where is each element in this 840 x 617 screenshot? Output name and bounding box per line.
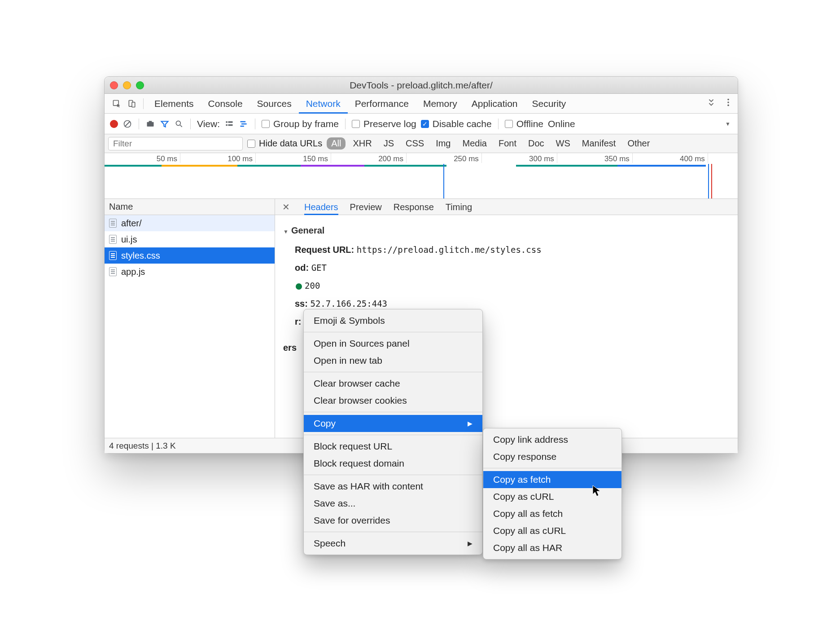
menu-item[interactable]: Open in Sources panel	[304, 335, 482, 352]
column-header-name[interactable]: Name	[105, 199, 275, 215]
document-icon	[109, 267, 117, 276]
devtools-menu-icon[interactable]	[723, 97, 733, 110]
menu-item[interactable]: Block request URL	[304, 438, 482, 455]
timeline-tick: 150 ms	[303, 154, 331, 163]
menu-item[interactable]: Open in new tab	[304, 352, 482, 369]
tab-network[interactable]: Network	[299, 94, 348, 114]
menu-item[interactable]: Copy response	[483, 448, 621, 465]
svg-rect-13	[228, 124, 232, 125]
group-by-frame-checkbox[interactable]: Group by frame	[262, 119, 339, 129]
request-name: app.js	[121, 267, 145, 277]
search-icon[interactable]	[174, 119, 184, 129]
status-dot-icon	[296, 283, 302, 290]
tab-elements[interactable]: Elements	[147, 94, 201, 114]
menu-item[interactable]: Copy as cURL	[483, 488, 621, 505]
window-titlebar: DevTools - preload.glitch.me/after/	[105, 77, 738, 94]
menu-item[interactable]: Copy all as cURL	[483, 522, 621, 539]
timeline-tick: 350 ms	[604, 154, 632, 163]
detail-tab-headers[interactable]: Headers	[304, 199, 338, 215]
submenu-arrow-icon: ▶	[468, 540, 472, 547]
menu-item[interactable]: Emoji & Symbols	[304, 312, 482, 329]
close-detail-icon[interactable]: ✕	[280, 202, 293, 212]
menu-item[interactable]: Clear browser cookies	[304, 392, 482, 409]
tab-security[interactable]: Security	[525, 94, 573, 114]
throttling-select[interactable]: Online	[548, 119, 575, 129]
view-label: View:	[197, 119, 220, 129]
menu-item[interactable]: Copy all as fetch	[483, 505, 621, 522]
svg-point-9	[176, 121, 180, 125]
tab-memory[interactable]: Memory	[416, 94, 464, 114]
timeline-tick: 100 ms	[228, 154, 255, 163]
filter-type-manifest[interactable]: Manifest	[578, 137, 621, 150]
request-name: ui.js	[121, 234, 137, 245]
toolbar-dropdown-icon[interactable]: ▼	[725, 121, 731, 127]
network-toolbar: View: Group by frame Preserve log ✓Disab…	[105, 114, 738, 134]
menu-item[interactable]: Copy all as HAR	[483, 539, 621, 556]
inspect-element-icon[interactable]	[109, 94, 124, 114]
tab-application[interactable]: Application	[464, 94, 525, 114]
request-name: after/	[121, 218, 142, 229]
timeline-tick: 250 ms	[454, 154, 481, 163]
menu-item[interactable]: Block request domain	[304, 455, 482, 472]
menu-item[interactable]: Clear browser cache	[304, 375, 482, 392]
filter-type-img[interactable]: Img	[431, 137, 455, 150]
tab-performance[interactable]: Performance	[348, 94, 416, 114]
filter-type-other[interactable]: Other	[623, 137, 654, 150]
copy-submenu: Copy link addressCopy responseCopy as fe…	[483, 428, 622, 560]
filter-type-font[interactable]: Font	[494, 137, 521, 150]
window-title: DevTools - preload.glitch.me/after/	[105, 80, 738, 91]
detail-tabs: ✕ HeadersPreviewResponseTiming	[275, 199, 738, 215]
request-row[interactable]: after/	[105, 215, 275, 231]
waterfall-view-icon[interactable]	[239, 119, 249, 129]
filter-type-doc[interactable]: Doc	[524, 137, 549, 150]
headers-general-section[interactable]: ▼General	[283, 221, 730, 241]
filter-type-ws[interactable]: WS	[551, 137, 575, 150]
request-list: Name after/ui.jsstyles.cssapp.js	[105, 199, 275, 438]
request-row[interactable]: ui.js	[105, 231, 275, 247]
filter-toggle-icon[interactable]	[160, 119, 170, 129]
tabs-overflow-icon[interactable]	[706, 97, 716, 110]
filter-type-all[interactable]: All	[327, 137, 346, 150]
devtools-tabstrip: ElementsConsoleSourcesNetworkPerformance…	[105, 94, 738, 114]
offline-checkbox[interactable]: Offline	[505, 119, 543, 129]
request-row[interactable]: app.js	[105, 264, 275, 280]
filter-input[interactable]	[108, 137, 243, 150]
menu-item[interactable]: Copy link address	[483, 431, 621, 448]
request-name: styles.css	[121, 251, 160, 261]
svg-rect-11	[228, 121, 232, 123]
filter-type-xhr[interactable]: XHR	[348, 137, 376, 150]
tab-sources[interactable]: Sources	[250, 94, 299, 114]
svg-rect-8	[149, 121, 152, 122]
detail-tab-timing[interactable]: Timing	[446, 199, 472, 215]
preserve-log-checkbox[interactable]: Preserve log	[352, 119, 416, 129]
tab-console[interactable]: Console	[201, 94, 250, 114]
network-timeline[interactable]: 50 ms100 ms150 ms200 ms250 ms300 ms350 m…	[105, 153, 738, 199]
detail-tab-preview[interactable]: Preview	[350, 199, 382, 215]
device-toolbar-icon[interactable]	[124, 94, 140, 114]
timeline-tick: 400 ms	[680, 154, 708, 163]
hide-data-urls-checkbox[interactable]: Hide data URLs	[247, 138, 322, 149]
timeline-tick: 50 ms	[157, 154, 180, 163]
svg-rect-7	[147, 122, 154, 126]
capture-screenshots-icon[interactable]	[145, 119, 155, 129]
menu-item[interactable]: Save as HAR with content	[304, 478, 482, 495]
menu-item[interactable]: Copy as fetch	[483, 471, 621, 488]
document-icon	[109, 251, 117, 260]
filter-type-css[interactable]: CSS	[401, 137, 429, 150]
filter-type-media[interactable]: Media	[458, 137, 491, 150]
network-filterbar: Hide data URLs AllXHRJSCSSImgMediaFontDo…	[105, 134, 738, 153]
menu-item[interactable]: Save as...	[304, 495, 482, 512]
document-icon	[109, 235, 117, 244]
large-rows-icon[interactable]	[224, 119, 234, 129]
menu-item[interactable]: Speech▶	[304, 535, 482, 552]
svg-rect-12	[226, 124, 227, 125]
detail-tab-response[interactable]: Response	[394, 199, 434, 215]
filter-type-js[interactable]: JS	[379, 137, 398, 150]
clear-icon[interactable]	[122, 119, 132, 129]
disable-cache-checkbox[interactable]: ✓Disable cache	[421, 119, 492, 129]
menu-item[interactable]: Copy▶	[304, 415, 482, 432]
timeline-tick: 300 ms	[529, 154, 557, 163]
record-button[interactable]	[110, 120, 118, 128]
menu-item[interactable]: Save for overrides	[304, 512, 482, 529]
request-row[interactable]: styles.css	[105, 247, 275, 264]
